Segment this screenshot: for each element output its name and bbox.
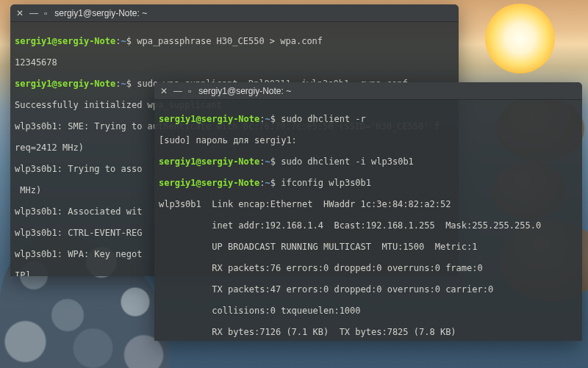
titlebar[interactable]: ✕ — ▫ sergiy1@sergiy-Note: ~	[154, 82, 582, 100]
maximize-icon[interactable]: ▫	[188, 87, 191, 95]
close-icon[interactable]: ✕	[16, 9, 24, 18]
output-line: inet addr:192.168.1.4 Bcast:192.168.1.25…	[159, 220, 578, 231]
window-title: sergiy1@sergiy-Note: ~	[54, 8, 453, 18]
output-line: [sudo] пароль для sergiy1:	[159, 135, 578, 146]
minimize-icon[interactable]: —	[29, 9, 38, 18]
prompt-line: sergiy1@sergiy-Note:~$ sudo dhclient -i …	[159, 156, 578, 167]
maximize-icon[interactable]: ▫	[44, 9, 47, 18]
output-line: UP BROADCAST RUNNING MULTICAST MTU:1500 …	[159, 242, 578, 253]
prompt-line: sergiy1@sergiy-Note:~$ ifconfig wlp3s0b1	[159, 178, 578, 189]
output-line: RX packets:76 errors:0 dropped:0 overrun…	[159, 263, 578, 274]
output-line: 12345678	[15, 57, 454, 68]
output-line: collisions:0 txqueuelen:1000	[159, 306, 578, 317]
output-line: TX packets:47 errors:0 dropped:0 overrun…	[159, 284, 578, 295]
terminal-content[interactable]: sergiy1@sergiy-Note:~$ sudo dhclient -r …	[154, 100, 582, 341]
close-icon[interactable]: ✕	[160, 87, 168, 95]
output-line: RX bytes:7126 (7.1 KB) TX bytes:7825 (7.…	[159, 327, 578, 338]
titlebar[interactable]: ✕ — ▫ sergiy1@sergiy-Note: ~	[10, 4, 459, 22]
wallpaper-sun	[485, 4, 555, 73]
window-controls: ✕ — ▫	[16, 9, 47, 18]
prompt-line: sergiy1@sergiy-Note:~$ sudo dhclient -r	[159, 114, 578, 125]
window-title: sergiy1@sergiy-Note: ~	[198, 86, 576, 96]
window-controls: ✕ — ▫	[160, 87, 191, 95]
minimize-icon[interactable]: —	[173, 87, 182, 95]
output-line: wlp3s0b1 Link encap:Ethernet HWaddr 1c:3…	[159, 199, 578, 210]
terminal-window-2[interactable]: ✕ — ▫ sergiy1@sergiy-Note: ~ sergiy1@ser…	[154, 82, 582, 341]
prompt-line: sergiy1@sergiy-Note:~$ wpa_passphrase H3…	[15, 36, 454, 47]
